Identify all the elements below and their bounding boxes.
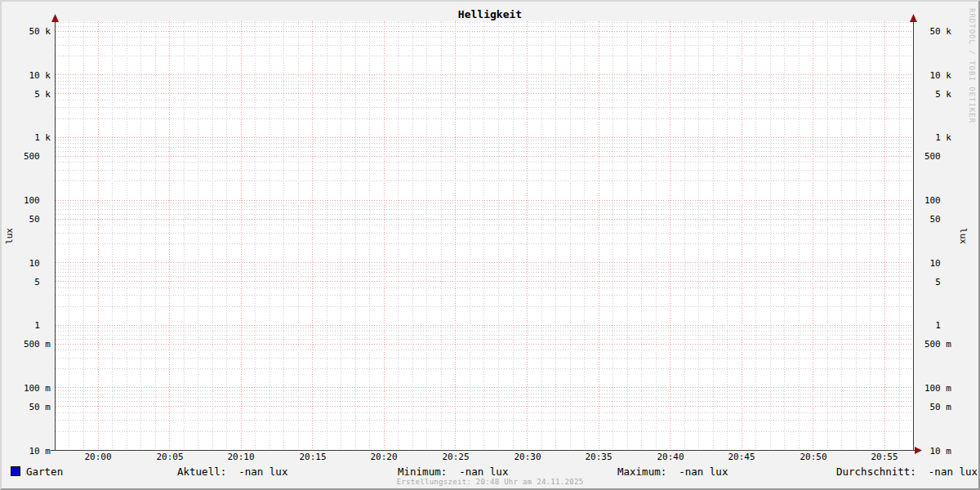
x-tick-label: 20:10 (223, 452, 259, 462)
stat-durchschnitt-value: -nan lux (929, 466, 978, 478)
y-tick-label-right: 50 k (920, 27, 951, 36)
y-tick-label-right: 1 k (920, 133, 951, 142)
y-tick-label-left: 1 k (2, 133, 51, 142)
y-tick-label-left: 100 m (2, 384, 51, 393)
x-tick-label: 20:40 (653, 452, 688, 462)
stat-aktuell: Aktuell:-nan lux (177, 466, 287, 478)
y-tick-label-right: 500 m (920, 340, 951, 349)
legend: Garten Aktuell:-nan lux Minimum:-nan lux… (2, 466, 980, 478)
x-tick-label: 20:25 (438, 452, 474, 462)
y-tick-label-right: 50 m (920, 403, 951, 412)
y-tick-label-left: 10 m (2, 447, 51, 456)
y-tick-label-left: 100 (2, 196, 51, 205)
y-tick-label-left: 10 (2, 259, 51, 268)
x-tick-label: 20:00 (80, 452, 116, 462)
stat-minimum-label: Minimum: (398, 466, 447, 478)
y-tick-label-right: 50 (920, 215, 951, 224)
x-tick-label: 20:15 (295, 452, 331, 462)
y-tick-label-right: 1 (920, 321, 951, 330)
y-tick-label-left: 5 (2, 278, 51, 287)
x-tick-label: 20:55 (866, 452, 902, 462)
legend-color-swatch (11, 466, 20, 476)
legend-series-label: Garten (26, 466, 63, 478)
stat-aktuell-value: -nan lux (238, 466, 287, 478)
y-tick-label-left: 50 k (2, 27, 51, 36)
y-tick-label-left: 500 m (2, 340, 51, 349)
x-tick-label: 20:50 (795, 452, 831, 462)
y-tick-label-left: 50 (2, 215, 51, 224)
plot-area (2, 2, 980, 490)
y-tick-label-left: 1 (2, 321, 51, 330)
y-axis-title-right: lux (958, 228, 969, 244)
x-tick-label: 20:05 (152, 452, 188, 462)
stat-minimum-value: -nan lux (459, 466, 508, 478)
y-tick-label-right: 10 k (920, 71, 951, 80)
y-tick-label-left: 10 k (2, 71, 51, 80)
stat-durchschnitt-label: Durchschnitt: (836, 466, 916, 478)
y-tick-label-right: 100 (920, 196, 951, 205)
creation-timestamp: Erstellungszeit: 20:48 Uhr am 24.11.2025 (2, 478, 978, 486)
y-tick-label-right: 100 m (920, 384, 951, 393)
y-tick-label-right: 10 m (920, 447, 951, 456)
chart-title: Helligkeit (2, 8, 978, 20)
rrdtool-graph: Helligkeit 50 k10 k5 k1 k500 100 50 10 5… (0, 0, 980, 490)
y-tick-label-right: 5 k (920, 90, 951, 99)
y-tick-label-right: 10 (920, 259, 951, 268)
x-tick-label: 20:45 (724, 452, 760, 462)
x-tick-label: 20:35 (581, 452, 617, 462)
stat-minimum: Minimum:-nan lux (398, 466, 508, 478)
stat-maximum-label: Maximum: (617, 466, 666, 478)
y-tick-label-left: 500 (2, 152, 51, 161)
stat-durchschnitt: Durchschnitt:-nan lux (836, 466, 978, 478)
x-tick-label: 20:20 (366, 452, 402, 462)
stat-aktuell-label: Aktuell: (177, 466, 226, 478)
rrdtool-watermark: RRDTOOL / TOBI OETIKER (968, 8, 976, 123)
y-axis-title-left: lux (4, 228, 15, 244)
stat-maximum-value: -nan lux (679, 466, 728, 478)
y-tick-label-left: 50 m (2, 403, 51, 412)
stat-maximum: Maximum:-nan lux (617, 466, 728, 478)
y-tick-label-left: 5 k (2, 90, 51, 99)
x-tick-label: 20:30 (510, 452, 546, 462)
y-tick-label-right: 500 (920, 152, 951, 161)
y-tick-label-right: 5 (920, 278, 951, 287)
